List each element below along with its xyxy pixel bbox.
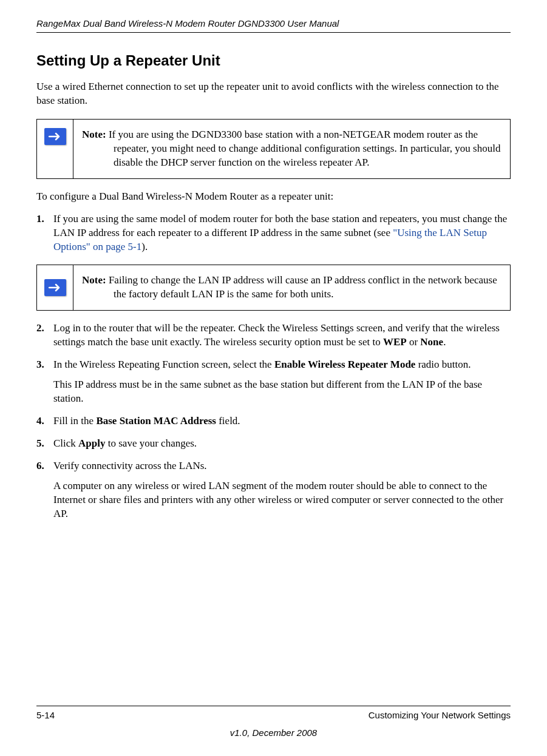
footer-version: v1.0, December 2008	[36, 727, 511, 738]
step-2: Log in to the router that will be the re…	[36, 322, 511, 349]
step-1-text-b: ).	[141, 241, 148, 252]
steps-list: If you are using the same model of modem…	[36, 212, 511, 521]
step-6-subtext: A computer on any wireless or wired LAN …	[53, 479, 511, 521]
note-body: Failing to change the LAN IP address wil…	[106, 274, 497, 300]
step-4-text-b: field.	[216, 415, 240, 427]
note-icon-cell	[37, 120, 73, 178]
step-5-bold: Apply	[78, 437, 105, 449]
page-footer: 5-14 Customizing Your Network Settings v…	[36, 706, 511, 738]
note-label: Note:	[82, 274, 106, 286]
step-3-bold: Enable Wireless Repeater Mode	[274, 359, 415, 370]
lead-in-text: To configure a Dual Band Wireless-N Mode…	[36, 190, 511, 204]
intro-paragraph: Use a wired Ethernet connection to set u…	[36, 80, 511, 108]
step-5: Click Apply to save your changes.	[36, 437, 511, 451]
step-2-bold-wep: WEP	[383, 336, 407, 348]
step-2-or: or	[407, 336, 421, 348]
step-3-text-b: radio button.	[415, 359, 471, 370]
step-4-bold: Base Station MAC Address	[96, 415, 216, 427]
arrow-note-icon	[44, 128, 66, 145]
step-3-subtext: This IP address must be in the same subn…	[53, 378, 511, 406]
note-box-1: Note: If you are using the DGND3300 base…	[36, 119, 511, 179]
note-icon-cell	[37, 265, 73, 310]
step-5-text-a: Click	[53, 437, 78, 449]
step-6-text: Verify connectivity across the LANs.	[53, 460, 207, 471]
step-4: Fill in the Base Station MAC Address fie…	[36, 414, 511, 428]
arrow-note-icon	[44, 279, 66, 296]
step-5-text-b: to save your changes.	[106, 437, 197, 449]
note-body: If you are using the DGND3300 base stati…	[106, 129, 501, 168]
step-3-text-a: In the Wireless Repeating Function scree…	[53, 359, 274, 370]
step-4-text-a: Fill in the	[53, 415, 96, 427]
note-box-2: Note: Failing to change the LAN IP addre…	[36, 265, 511, 311]
note-text: Note: If you are using the DGND3300 base…	[73, 120, 510, 178]
section-heading: Setting Up a Repeater Unit	[36, 52, 511, 69]
step-6: Verify connectivity across the LANs. A c…	[36, 459, 511, 521]
step-3: In the Wireless Repeating Function scree…	[36, 358, 511, 406]
step-1: If you are using the same model of modem…	[36, 212, 511, 311]
footer-chapter-title: Customizing Your Network Settings	[369, 710, 511, 720]
manual-header-title: RangeMax Dual Band Wireless-N Modem Rout…	[36, 0, 511, 33]
note-text: Note: Failing to change the LAN IP addre…	[73, 265, 510, 310]
step-2-bold-none: None	[420, 336, 443, 348]
footer-page-number: 5-14	[36, 710, 55, 720]
step-2-end: .	[443, 336, 446, 348]
note-label: Note:	[82, 129, 106, 140]
